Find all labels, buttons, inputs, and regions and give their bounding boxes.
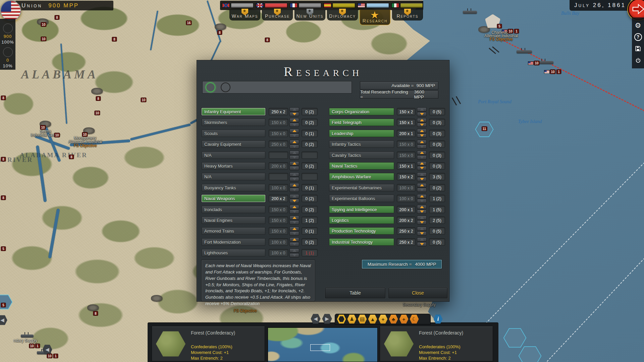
spinner-up-arrow[interactable] — [417, 183, 427, 187]
spinner-down-arrow[interactable] — [417, 166, 427, 170]
spinner-up-arrow[interactable] — [289, 205, 299, 209]
hex-select-icon[interactable] — [337, 314, 346, 324]
spinner-up-arrow[interactable] — [417, 205, 427, 209]
unit-mode-icon[interactable]: ♟ — [347, 314, 357, 324]
tech-label-button[interactable]: Industrial Technology — [329, 238, 394, 246]
spinner-up-arrow[interactable] — [289, 129, 299, 133]
spinner-down-arrow[interactable] — [417, 220, 427, 225]
spinner-up-arrow[interactable] — [417, 118, 427, 122]
tech-label-button[interactable]: Naval Engines — [202, 217, 265, 224]
usa-flag-tab[interactable] — [206, 82, 215, 92]
elite-reinforce-icon[interactable]: + — [399, 314, 409, 324]
spinner-down-arrow[interactable] — [289, 123, 299, 127]
diplomacy-slot-usa[interactable] — [358, 3, 389, 8]
save-icon[interactable] — [634, 45, 642, 53]
spinner-up-arrow[interactable] — [417, 150, 427, 155]
tech-label-button[interactable]: Corps Organization — [329, 108, 394, 115]
spinner-down-arrow[interactable] — [289, 220, 299, 225]
table-button[interactable]: Table — [325, 288, 385, 298]
spinner-down-arrow[interactable] — [289, 133, 299, 138]
spinner-up-arrow[interactable] — [417, 129, 427, 133]
tech-label-button[interactable]: Heavy Mortars — [202, 162, 265, 170]
spinner-up-arrow[interactable] — [289, 161, 299, 166]
tech-label-button[interactable]: Fort Modernization — [202, 238, 265, 246]
tech-label-button[interactable]: Cavalry Equipment — [202, 140, 265, 148]
tech-label-button[interactable]: Naval Tactics — [329, 162, 394, 170]
orders-icon[interactable]: ▤ — [358, 314, 367, 324]
spinner-down-arrow[interactable] — [289, 155, 299, 160]
diplomacy-slot-mexico[interactable] — [391, 3, 423, 8]
tech-label-button[interactable]: Armored Trains — [202, 227, 265, 235]
spinner-up-arrow[interactable] — [417, 161, 427, 166]
menu-button-new-units[interactable]: ★New Units — [294, 10, 325, 20]
tech-label-button[interactable]: Field Telegraph — [329, 119, 394, 126]
tech-label-button[interactable]: Infantry Equipment — [202, 108, 265, 115]
faction-flag-icon[interactable] — [0, 0, 21, 21]
spinner-up-arrow[interactable] — [417, 237, 427, 242]
close-button[interactable]: Close — [388, 288, 447, 298]
next-unit-button[interactable]: ▶ — [322, 314, 332, 324]
spinner-down-arrow[interactable] — [289, 242, 299, 246]
spinner-down-arrow[interactable] — [289, 188, 299, 192]
spinner-down-arrow[interactable] — [289, 177, 299, 181]
spinner-up-arrow[interactable] — [289, 183, 299, 187]
spinner-down-arrow[interactable] — [289, 231, 299, 236]
spinner-down-arrow[interactable] — [289, 112, 299, 116]
spinner-down-arrow[interactable] — [417, 144, 427, 149]
spinner-down-arrow[interactable] — [417, 133, 427, 138]
night-mode-icon[interactable]: ☾ — [410, 314, 419, 324]
spinner-up-arrow[interactable] — [417, 172, 427, 177]
tech-label-button[interactable]: Naval Weapons — [202, 195, 265, 202]
reinforce-icon[interactable]: + — [378, 314, 388, 324]
diplomacy-slot-uk[interactable] — [256, 3, 287, 8]
spinner-down-arrow[interactable] — [417, 155, 427, 160]
spinner-down-arrow[interactable] — [289, 209, 299, 214]
tech-label-button[interactable]: Spying and Intelligence — [329, 206, 394, 213]
spinner-up-arrow[interactable] — [289, 227, 299, 231]
menu-button-war-maps[interactable]: ★War Maps — [229, 10, 260, 20]
tech-label-button[interactable]: Leadership — [329, 130, 394, 137]
spinner-down-arrow[interactable] — [289, 199, 299, 203]
forest-upgrade-icon[interactable]: ♣ — [389, 314, 398, 324]
menu-button-diplomacy[interactable]: ★Diplomacy — [327, 10, 358, 20]
diplomacy-slot-csa[interactable] — [222, 3, 254, 8]
help-icon[interactable]: ? — [634, 33, 642, 41]
spinner-down-arrow[interactable] — [417, 177, 427, 181]
tech-label-button[interactable]: Cavalry Tactics — [329, 152, 394, 159]
spinner-up-arrow[interactable] — [289, 194, 299, 198]
tech-label-button[interactable]: Production Technology — [329, 227, 394, 235]
spinner-up-arrow[interactable] — [289, 237, 299, 242]
spinner-up-arrow[interactable] — [289, 140, 299, 144]
upgrade-icon[interactable]: ▲ — [368, 314, 377, 324]
spinner-up-arrow[interactable] — [289, 118, 299, 122]
spinner-up-arrow[interactable] — [289, 107, 299, 112]
minimap[interactable] — [268, 327, 378, 362]
spinner-up-arrow[interactable] — [289, 172, 299, 177]
spinner-up-arrow[interactable] — [417, 194, 427, 198]
diplomacy-slot-spain[interactable] — [324, 3, 355, 8]
tech-label-button[interactable]: Experimental Balloons — [329, 195, 394, 202]
tech-label-button[interactable]: Infantry Tactics — [329, 140, 394, 148]
spinner-up-arrow[interactable] — [417, 107, 427, 112]
diplomacy-slot-france[interactable] — [290, 3, 321, 8]
tech-label-button[interactable]: Amphibious Warfare — [329, 173, 394, 180]
tech-label-button[interactable]: Buoyancy Tanks — [202, 184, 265, 191]
menu-button-reports[interactable]: ★Reports — [392, 10, 423, 20]
spinner-up-arrow[interactable] — [289, 216, 299, 220]
tech-label-button[interactable]: Scouts — [202, 130, 265, 137]
spinner-up-arrow[interactable] — [417, 216, 427, 220]
tech-label-button[interactable]: Lighthouses — [202, 249, 265, 256]
spinner-up-arrow[interactable] — [289, 248, 299, 253]
spinner-down-arrow[interactable] — [417, 188, 427, 192]
spinner-down-arrow[interactable] — [289, 253, 299, 257]
spinner-down-arrow[interactable] — [417, 231, 427, 236]
tech-label-button[interactable]: Logistics — [329, 217, 394, 224]
spinner-down-arrow[interactable] — [289, 144, 299, 149]
spinner-up-arrow[interactable] — [417, 227, 427, 231]
menu-button-research[interactable]: ★Research — [360, 10, 390, 25]
spinner-down-arrow[interactable] — [417, 199, 427, 203]
tech-label-button[interactable]: Experimental Submarines — [329, 184, 394, 191]
spinner-down-arrow[interactable] — [417, 123, 427, 127]
tech-label-button[interactable]: Ironclads — [202, 206, 265, 213]
prev-unit-button[interactable]: ◀ — [311, 314, 321, 324]
